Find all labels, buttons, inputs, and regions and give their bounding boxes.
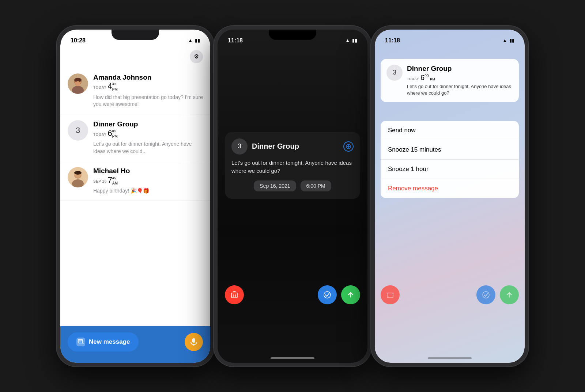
notif-date-tag: Sep 16, 2021 [254, 180, 296, 191]
phone-3: 11:18 ▲ ▮▮ 3 Dinner Group TODAY [371, 26, 528, 366]
svg-point-10 [74, 171, 82, 175]
avatar-amanda [68, 73, 88, 94]
message-list: Amanda Johnson TODAY 4 30PM How did that… [60, 68, 210, 326]
status-icons-1: ▲ ▮▮ [188, 38, 200, 43]
message-name: Dinner Group [93, 120, 203, 129]
send-button-blurred [500, 285, 519, 304]
message-preview: How did that big presentation go today? … [93, 94, 203, 108]
time-row: TODAY 6 00PM [93, 129, 203, 139]
notif-card-body: Let's go out for dinner tonight. Anyone … [407, 83, 513, 96]
time-small: 00PM [112, 129, 118, 138]
message-preview: Let's go out for dinner tonight. Anyone … [93, 141, 203, 155]
new-message-button[interactable]: New message [68, 332, 139, 351]
gear-icon: ⚙ [194, 53, 199, 60]
delete-button[interactable] [225, 285, 244, 304]
right-actions-blurred [476, 285, 519, 304]
delete-button-blurred [381, 285, 400, 304]
svg-rect-26 [387, 293, 393, 298]
list-item[interactable]: Amanda Johnson TODAY 4 30PM How did that… [60, 68, 210, 114]
add-to-contacts-button[interactable] [343, 141, 354, 152]
list-item[interactable]: 3 Dinner Group TODAY 6 00PM Let's go out… [60, 114, 210, 161]
svg-rect-11 [78, 339, 83, 343]
home-indicator-2 [271, 357, 314, 359]
time-row: TODAY 4 30PM [93, 82, 203, 92]
message-info-amanda: Amanda Johnson TODAY 4 30PM How did that… [93, 73, 203, 108]
avatar-michael [68, 167, 88, 187]
wifi-icon: ▲ [502, 38, 507, 43]
status-icons-3: ▲ ▮▮ [502, 38, 514, 43]
time-label: TODAY [93, 133, 106, 137]
time-small: 30PM [112, 82, 118, 91]
status-icons-2: ▲ ▮▮ [345, 38, 357, 43]
time-row: SEP 16 7 45AM [93, 176, 203, 186]
message-name: Amanda Johnson [93, 73, 203, 82]
notch-3 [426, 30, 473, 40]
notch-1 [112, 30, 159, 40]
notif-date-time: 600 [420, 73, 429, 82]
notif-footer: Sep 16, 2021 6:00 PM [231, 180, 354, 191]
phone-1: 10:28 ▲ ▮▮ ⚙ [57, 26, 214, 366]
confirm-button[interactable] [318, 285, 337, 304]
phone-2: 11:18 ▲ ▮▮ 3 Dinner Group [214, 26, 371, 366]
compose-icon [76, 338, 85, 346]
time-big: 7 [108, 176, 112, 184]
send-button[interactable] [341, 285, 360, 304]
microphone-button[interactable] [185, 333, 203, 351]
svg-line-14 [82, 343, 83, 344]
notif-num-badge: 3 [386, 65, 403, 81]
notif-header: 3 Dinner Group [231, 138, 354, 155]
time-big: 6 [107, 129, 112, 137]
snooze-15-option[interactable]: Snooze 15 minutes [381, 140, 519, 160]
wifi-icon: ▲ [188, 38, 193, 43]
gear-button[interactable]: ⚙ [190, 50, 203, 63]
time-big: 4 [107, 82, 112, 90]
message-name: Michael Ho [93, 167, 203, 175]
notif-ampm: PM [430, 77, 435, 81]
time-label: TODAY [93, 85, 106, 90]
status-time-2: 11:18 [228, 37, 243, 44]
notif-title: Dinner Group [252, 142, 299, 151]
svg-rect-15 [192, 338, 195, 343]
notif-date-row: TODAY 600 PM [407, 73, 513, 82]
avatar-dinner-group: 3 [68, 120, 88, 141]
options-card: Send now Snooze 15 minutes Snooze 1 hour… [381, 121, 519, 198]
message-preview: Happy birthday! 🎉🎈🎁 [93, 187, 203, 195]
phone3-bottom-actions [381, 285, 519, 304]
notch-2 [269, 30, 316, 40]
action-right-group [318, 285, 360, 304]
svg-rect-20 [231, 293, 237, 298]
home-indicator-3 [428, 357, 472, 359]
notif-avatar: 3 [231, 138, 248, 155]
message-info-michael: Michael Ho SEP 16 7 45AM Happy birthday!… [93, 167, 203, 195]
wifi-icon: ▲ [345, 38, 350, 43]
phone1-bottom-bar: New message [60, 326, 210, 363]
status-time-1: 10:28 [71, 37, 86, 44]
svg-point-28 [483, 292, 489, 298]
notif-header-row: 3 Dinner Group TODAY 600 PM Let's go out… [386, 65, 513, 96]
notification-actions [225, 285, 360, 304]
remove-message-option[interactable]: Remove message [381, 179, 519, 198]
notif-time-tag: 6:00 PM [301, 180, 331, 191]
time-label: SEP 16 [93, 179, 107, 183]
list-item[interactable]: Michael Ho SEP 16 7 45AM Happy birthday!… [60, 161, 210, 201]
notif-card-title: Dinner Group [407, 65, 513, 73]
svg-point-5 [75, 81, 80, 86]
battery-icon: ▮▮ [509, 38, 514, 43]
battery-icon: ▮▮ [352, 38, 357, 43]
notif-date-label: TODAY [407, 77, 419, 81]
snooze-1h-option[interactable]: Snooze 1 hour [381, 160, 519, 179]
notif-body: Let's go out for dinner tonight. Anyone … [231, 159, 354, 175]
battery-icon: ▮▮ [195, 38, 200, 43]
confirm-button-blurred [476, 285, 495, 304]
notif-content: Dinner Group TODAY 600 PM Let's go out f… [407, 65, 513, 96]
svg-point-25 [324, 292, 331, 298]
notification-card: 3 Dinner Group Let's go out for dinner t… [225, 132, 360, 199]
time-small: 45AM [112, 176, 118, 185]
phone1-header: ⚙ [60, 47, 210, 68]
status-time-3: 11:18 [385, 37, 400, 44]
send-now-option[interactable]: Send now [381, 121, 519, 140]
message-info-dinner: Dinner Group TODAY 6 00PM Let's go out f… [93, 120, 203, 155]
notification-card-top: 3 Dinner Group TODAY 600 PM Let's go out… [381, 59, 519, 102]
new-message-label: New message [89, 338, 130, 346]
